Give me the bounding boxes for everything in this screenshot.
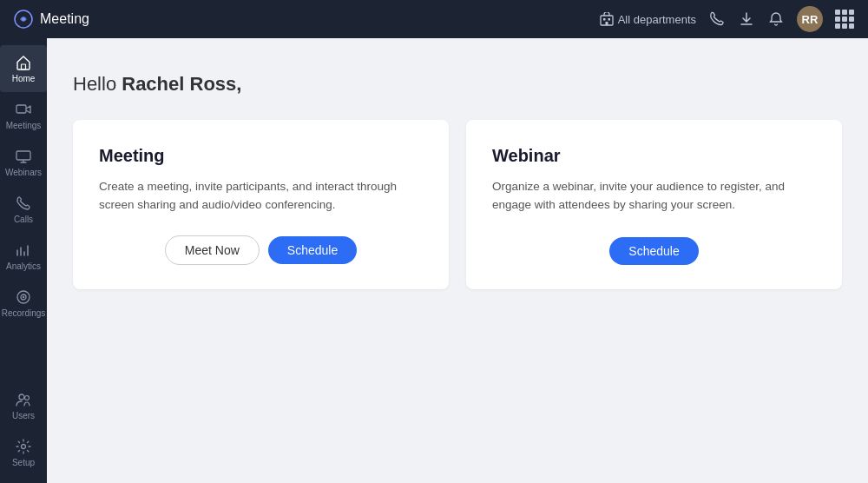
- webinar-card-actions: Schedule: [492, 237, 816, 265]
- sidebar-item-webinars[interactable]: Webinars: [0, 139, 47, 186]
- avatar[interactable]: RR: [797, 6, 823, 32]
- svg-rect-3: [603, 18, 606, 21]
- meet-now-button[interactable]: Meet Now: [165, 235, 260, 265]
- greeting-name: Rachel Ross,: [122, 73, 241, 95]
- topbar-left: Meeting: [14, 10, 89, 29]
- apps-grid-icon[interactable]: [835, 10, 854, 29]
- webinars-icon: [15, 148, 32, 165]
- bell-icon[interactable]: [767, 10, 785, 28]
- app-logo-icon: [14, 10, 33, 29]
- home-icon: [15, 54, 32, 71]
- sidebar-item-home[interactable]: Home: [0, 45, 47, 92]
- users-icon: [15, 391, 32, 408]
- greeting: Hello Rachel Ross,: [73, 73, 842, 96]
- topbar-right: All departments RR: [600, 6, 854, 32]
- svg-point-12: [19, 394, 24, 400]
- meeting-schedule-button[interactable]: Schedule: [268, 236, 357, 264]
- sidebar-item-setup[interactable]: Setup: [0, 429, 47, 476]
- webinar-card: Webinar Organize a webinar, invite your …: [466, 120, 842, 289]
- calls-icon: [15, 195, 32, 212]
- dept-label: All departments: [618, 13, 696, 26]
- sidebar-item-users[interactable]: Users: [0, 382, 47, 429]
- sidebar: Home Meetings Webinars: [0, 38, 47, 483]
- sidebar-item-analytics-label: Analytics: [6, 261, 41, 271]
- sidebar-item-meetings-label: Meetings: [6, 121, 42, 130]
- building-icon: [600, 12, 614, 26]
- analytics-icon: [15, 242, 32, 259]
- main-content: Hello Rachel Ross, Meeting Create a meet…: [47, 38, 868, 483]
- svg-point-11: [23, 296, 24, 298]
- webinar-schedule-button[interactable]: Schedule: [609, 237, 698, 265]
- sidebar-item-recordings[interactable]: Recordings: [0, 280, 47, 327]
- webinar-card-desc: Organize a webinar, invite your audience…: [492, 178, 816, 216]
- app-title: Meeting: [40, 11, 89, 27]
- svg-point-14: [22, 445, 26, 449]
- topbar: Meeting All departments: [0, 0, 868, 38]
- sidebar-item-webinars-label: Webinars: [5, 168, 42, 177]
- sidebar-item-calls-label: Calls: [14, 215, 33, 224]
- sidebar-item-recordings-label: Recordings: [2, 308, 46, 318]
- app-layout: Home Meetings Webinars: [0, 38, 868, 483]
- webinar-card-title: Webinar: [492, 146, 816, 166]
- sidebar-item-users-label: Users: [12, 411, 35, 420]
- sidebar-item-meetings[interactable]: Meetings: [0, 92, 47, 139]
- sidebar-item-setup-label: Setup: [12, 458, 35, 467]
- meetings-icon: [15, 101, 32, 118]
- meeting-card-actions: Meet Now Schedule: [99, 235, 423, 265]
- svg-rect-8: [16, 151, 30, 160]
- meeting-card-desc: Create a meeting, invite participants, a…: [99, 178, 423, 215]
- setup-icon: [15, 438, 32, 455]
- recordings-icon: [15, 288, 32, 306]
- svg-rect-4: [608, 18, 610, 21]
- svg-rect-5: [605, 22, 608, 25]
- dept-selector[interactable]: All departments: [600, 12, 696, 26]
- meeting-card-title: Meeting: [99, 146, 423, 166]
- meeting-card: Meeting Create a meeting, invite partici…: [73, 120, 449, 289]
- download-icon[interactable]: [738, 10, 755, 28]
- svg-rect-7: [16, 105, 26, 113]
- svg-point-13: [25, 396, 30, 400]
- svg-rect-6: [22, 64, 26, 69]
- sidebar-item-analytics[interactable]: Analytics: [0, 233, 47, 280]
- sidebar-item-calls[interactable]: Calls: [0, 186, 47, 233]
- phone-icon[interactable]: [708, 10, 726, 28]
- cards-container: Meeting Create a meeting, invite partici…: [73, 120, 842, 289]
- sidebar-item-home-label: Home: [12, 74, 36, 83]
- svg-point-1: [22, 17, 25, 21]
